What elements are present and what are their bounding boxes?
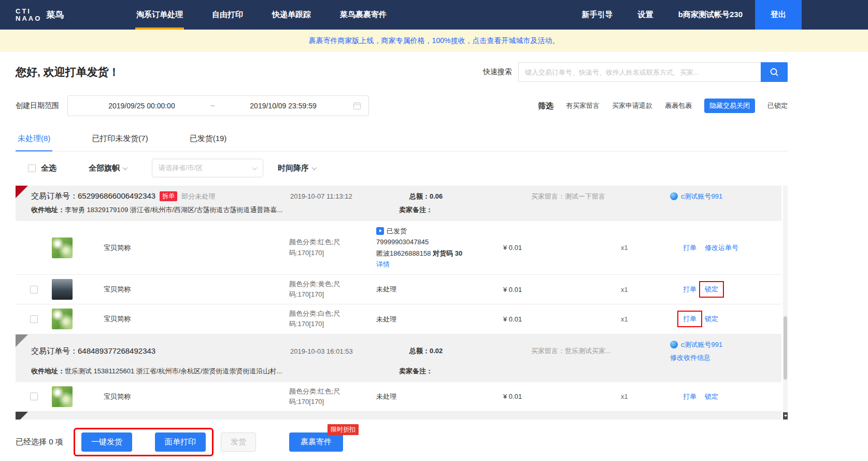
product-image-cell	[52, 238, 88, 258]
filter-guoguo-package[interactable]: 裹裹包裹	[665, 101, 692, 110]
item-checkbox[interactable]	[30, 286, 38, 294]
guoguo-button-wrap: 限时折扣 裹裹寄件	[289, 432, 343, 452]
order-created-time: 2019-10-07 11:13:12	[290, 192, 409, 200]
select-all-label: 全选	[41, 163, 56, 173]
batch-action-bar: 已经选择 0 项 一键发货 面单打印 发货 限时折扣 裹裹寄件	[0, 420, 868, 456]
detail-link[interactable]: 详情	[376, 260, 390, 268]
region-select-placeholder: 请选择省/市/区	[159, 163, 203, 173]
promo-banner-link[interactable]: 裹裹寄件商家版上线，商家专属价格，100%揽收，点击查看开城城市及活动。	[309, 36, 560, 46]
chevron-down-icon	[123, 165, 128, 170]
buyer-account-name: c测试账号991	[681, 192, 722, 201]
calendar-icon[interactable]	[353, 102, 361, 110]
item-checkbox[interactable]	[30, 393, 38, 400]
product-spec: 颜色分类:红色;尺码:170[170]	[274, 237, 361, 258]
product-image-cell	[52, 309, 88, 329]
filter-label: 筛选	[538, 101, 553, 111]
item-status: 未处理	[361, 284, 488, 295]
shipped-icon	[376, 227, 384, 235]
order-flag-icon[interactable]	[16, 186, 28, 198]
waybill-print-button[interactable]: 面单打印	[155, 432, 206, 452]
date-end-value[interactable]: 2019/10/09 23:59:59	[217, 102, 350, 110]
limited-discount-badge: 限时折扣	[328, 424, 359, 435]
nav-tab-guoguo-shipping[interactable]: 菜鸟裹裹寄件	[325, 0, 401, 30]
filter-options: 筛选 有买家留言 买家申请退款 裹裹包裹 隐藏交易关闭 已锁定	[538, 99, 788, 113]
navbar-right: 新手引导 设置 b商家测试帐号230 登出	[570, 0, 868, 30]
date-range-picker[interactable]: 2019/09/25 00:00:00 ~ 2019/10/09 23:59:5…	[67, 95, 369, 116]
item-qty: x1	[621, 244, 683, 252]
nav-settings[interactable]: 设置	[625, 0, 666, 30]
product-name: 宝贝简称	[88, 392, 274, 401]
greeting-row: 您好, 欢迎打单发货！ 快速搜索	[16, 52, 788, 82]
buyer-account-link[interactable]: c测试账号991	[670, 192, 781, 201]
lock-link-annotated[interactable]: 锁定	[699, 281, 724, 298]
scrollbar-down-icon[interactable]	[783, 412, 788, 420]
wangwang-icon	[670, 341, 678, 348]
edit-recipient-link[interactable]: 修改收件信息	[670, 353, 781, 362]
product-name: 宝贝简称	[88, 243, 274, 253]
tab-printed-not-shipped[interactable]: 已打印未发货(7)	[90, 129, 150, 151]
region-select[interactable]: 请选择省/市/区	[152, 159, 263, 177]
filter-locked[interactable]: 已锁定	[767, 101, 788, 110]
flag-filter-label: 全部旗帜	[89, 163, 120, 173]
nav-tab-express-tracking[interactable]: 快递单跟踪	[258, 0, 325, 30]
search-input[interactable]	[518, 62, 761, 82]
order-item-row: 宝贝简称 颜色分类:白色;尺码:170[170] 未处理 ¥ 0.01 x1 打…	[16, 304, 781, 334]
nav-tab-free-print[interactable]: 自由打印	[197, 0, 258, 30]
promo-banner: 裹裹寄件商家版上线，商家专属价格，100%揽收，点击查看开城城市及活动。	[0, 30, 868, 52]
print-order-link[interactable]: 打单	[683, 392, 696, 401]
product-image-cell	[52, 279, 88, 300]
buyer-account-link[interactable]: c测试账号991	[670, 340, 781, 350]
tab-pending[interactable]: 未处理(8)	[16, 129, 52, 151]
lock-link[interactable]: 锁定	[705, 392, 718, 401]
filter-buyer-message[interactable]: 有买家留言	[566, 101, 600, 110]
order-item-row: 宝贝简称 颜色分类:红色;尺码:170[170] 已发货 79999903047…	[16, 221, 781, 275]
seller-note-label: 卖家备注：	[399, 367, 433, 376]
buyer-message: 买家留言：测试一下留言	[531, 192, 670, 201]
filter-hide-closed[interactable]: 隐藏交易关闭	[704, 99, 755, 113]
order-table: 交易订单号：652996866006492343 拆单 部分未处理 2019-1…	[16, 186, 788, 420]
search-button[interactable]	[761, 62, 788, 82]
item-checkbox[interactable]	[30, 315, 38, 323]
scrollbar-thumb[interactable]	[784, 316, 787, 380]
item-price: ¥ 0.01	[488, 286, 565, 294]
quick-search: 快速搜索	[483, 62, 788, 82]
print-order-link-annotated[interactable]: 打单	[677, 311, 702, 327]
tab-shipped[interactable]: 已发货(19)	[188, 129, 229, 151]
flag-filter-dropdown[interactable]: 全部旗帜	[89, 163, 127, 173]
order-status-note: 部分未处理	[181, 192, 215, 201]
wangwang-icon	[670, 192, 678, 200]
item-status: 未处理	[361, 314, 488, 325]
tracking-number-2: 匿波18626888158 对货码 30	[376, 248, 488, 259]
print-order-link[interactable]: 打单	[683, 285, 696, 294]
item-qty: x1	[621, 393, 683, 400]
chevron-down-icon	[312, 165, 317, 170]
one-key-ship-button[interactable]: 一键发货	[81, 432, 132, 452]
logo-text: 菜鸟	[46, 9, 64, 21]
order-number: 交易订单号：648489377268492343	[31, 346, 155, 356]
nav-account[interactable]: b商家测试帐号230	[666, 0, 755, 30]
item-qty: x1	[621, 315, 683, 323]
filter-row: 创建日期范围 2019/09/25 00:00:00 ~ 2019/10/09 …	[16, 95, 788, 116]
select-all-checkbox[interactable]	[28, 164, 36, 172]
filter-refund-request[interactable]: 买家申请退款	[612, 101, 652, 110]
logo-line2: NAAO	[16, 15, 41, 22]
logout-button[interactable]: 登出	[755, 0, 802, 30]
top-navbar: CTI NAAO 菜鸟 淘系订单处理 自由打印 快递单跟踪 菜鸟裹裹寄件 新手引…	[0, 0, 868, 30]
seller-note-label: 卖家备注：	[399, 205, 433, 215]
recipient-address: 收件地址：李智勇 18329179109 浙江省/杭州市/西湖区/古荡街道古荡街…	[31, 205, 399, 215]
nav-beginner-guide[interactable]: 新手引导	[570, 0, 625, 30]
print-order-link[interactable]: 打单	[683, 243, 696, 253]
ship-button-disabled[interactable]: 发货	[221, 432, 256, 452]
guoguo-ship-button[interactable]: 裹裹寄件	[289, 432, 343, 452]
nav-tab-taoxi-orders[interactable]: 淘系订单处理	[122, 0, 197, 30]
order-flag-icon	[16, 412, 28, 420]
sort-order-dropdown[interactable]: 时间降序	[278, 163, 316, 173]
table-scrollbar[interactable]	[783, 186, 788, 420]
lock-link[interactable]: 锁定	[705, 314, 718, 324]
date-start-value[interactable]: 2019/09/25 00:00:00	[75, 102, 208, 110]
annotation-box: 一键发货 面单打印	[74, 428, 214, 456]
order-flag-icon[interactable]	[16, 334, 28, 347]
order-status-tabs: 未处理(8) 已打印未发货(7) 已发货(19)	[16, 129, 788, 151]
product-name: 宝贝简称	[88, 285, 274, 294]
modify-waybill-link[interactable]: 修改运单号	[705, 243, 738, 253]
